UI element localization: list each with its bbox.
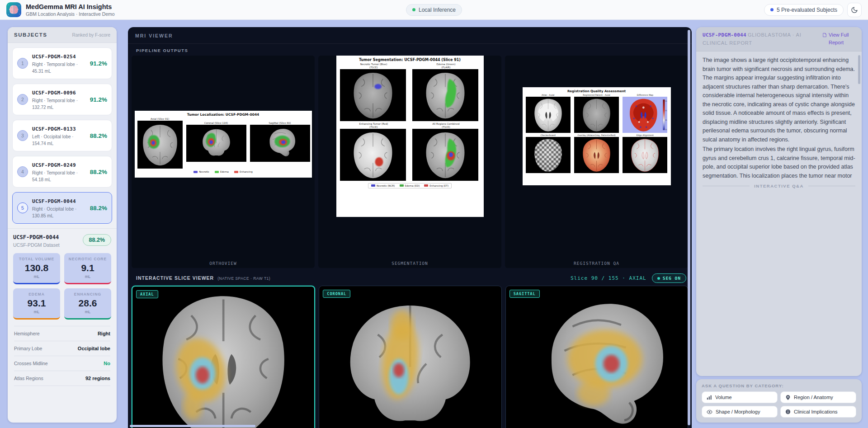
- seg-edema-title: Edema (Green) (FLAIR): [412, 63, 480, 69]
- subject-card-2[interactable]: 2 UCSF-PDGM-0096 Right · Temporal lobe ·…: [12, 84, 112, 115]
- enhancing-swatch: [234, 171, 238, 173]
- ask-question-card: ASK A QUESTION BY CATEGORY: Volume Regio…: [696, 379, 862, 423]
- stat-edema: EDEMA 93.1 mL: [13, 288, 60, 320]
- subject-id: UCSF-PDGM-0044: [32, 198, 76, 204]
- coronal-slice-image: [319, 286, 501, 428]
- axial-slice-view[interactable]: AXIAL: [132, 286, 315, 428]
- app-title: MedGemma MRI AI Insights: [26, 3, 115, 10]
- legend-edema: Edema: [220, 170, 229, 173]
- reg-diffmap-title: Difference Map: [623, 94, 667, 96]
- stat-label: NECROTIC CORE: [66, 257, 109, 261]
- local-inference-label: Local Inference: [419, 7, 456, 13]
- subject-card-3[interactable]: 3 UCSF-PDGM-0133 Left · Occipital lobe ·…: [12, 120, 112, 151]
- pipeline-outputs-label: PIPELINE OUTPUTS: [136, 48, 692, 53]
- rank-badge: 1: [17, 58, 28, 69]
- registration-qa-card[interactable]: Registration Quality Assessment Atlas - …: [505, 56, 688, 268]
- stat-total-volume: TOTAL VOLUME 130.8 mL: [13, 253, 60, 284]
- reg-overlay-image: [574, 137, 619, 173]
- seg-edema-image: [412, 69, 478, 121]
- ranked-by-label: Ranked by F-score: [72, 33, 110, 38]
- detail-score-badge: 88.2%: [83, 234, 111, 246]
- orthoview-axial-title: Axial (Slice 91): [137, 118, 183, 120]
- slice-viewer-row: AXIAL CORONAL: [128, 286, 692, 428]
- clinical-report-card: UCSF-PDGM-0044 GLIOBLASTOMA · AI CLINICA…: [696, 27, 862, 376]
- subject-desc: Left · Occipital lobe · 154.74 mL: [32, 134, 85, 147]
- subject-card-1[interactable]: 1 UCSF-PDGM-0254 Right · Temporal lobe ·…: [12, 47, 112, 79]
- dark-mode-toggle[interactable]: [847, 3, 862, 17]
- app-logo-brain-icon: [6, 2, 21, 17]
- blue-status-dot-icon: [770, 8, 774, 11]
- orthoview-caption: ORTHOVIEW: [132, 261, 315, 266]
- stat-value: 130.8: [15, 263, 58, 273]
- registration-figure-title: Registration Quality Assessment: [526, 89, 668, 93]
- rank-badge: 4: [17, 166, 28, 177]
- legend-et: Enhancing (ET): [429, 184, 448, 187]
- orthoview-coronal-image: [186, 125, 246, 162]
- selected-subject-detail: UCSF-PDGM-0044 UCSF-PDGM Dataset 88.2% T…: [8, 228, 117, 320]
- rank-badge: 5: [17, 202, 28, 213]
- orthoview-card[interactable]: Tumor Localization: UCSF-PDGM-0044 Axial…: [132, 56, 315, 268]
- viewer-horizontal-scrollbar[interactable]: [130, 425, 255, 427]
- subjects-sidebar-header: SUBJECTS Ranked by F-score: [8, 27, 117, 43]
- coronal-slice-view[interactable]: CORONAL: [319, 286, 501, 428]
- subject-desc: Right · Temporal lobe · 132.72 mL: [32, 98, 85, 111]
- reg-atlas-title: Atlas - Axial: [526, 94, 571, 96]
- stat-label: TOTAL VOLUME: [15, 257, 58, 261]
- attr-value: Right: [98, 331, 110, 336]
- orthoview-figure: Tumor Localization: UCSF-PDGM-0044 Axial…: [135, 111, 312, 178]
- seg-necrotic-title: Necrotic Tumor (Blue) (T1CE): [340, 63, 408, 69]
- report-scrollbar[interactable]: [858, 55, 860, 84]
- sagittal-slice-view[interactable]: SAGITTAL: [505, 286, 688, 428]
- stat-enhancing: ENHANCING 28.6 mL: [64, 288, 111, 320]
- qa-conversation-area: [696, 190, 862, 376]
- reg-diffmap-image: 0.6 0.4 0.2 0.0: [623, 97, 667, 133]
- volume-question-button[interactable]: Volume: [702, 391, 778, 403]
- subject-card-5-selected[interactable]: 5 UCSF-PDGM-0044 Right · Occipital lobe …: [12, 192, 112, 224]
- stat-label: ENHANCING: [66, 292, 109, 296]
- shape-morphology-question-label: Shape / Morphology: [716, 409, 760, 414]
- report-subject-id: UCSF-PDGM-0044: [703, 32, 746, 38]
- orthoview-coronal-title: Coronal (Slice 116): [186, 122, 246, 124]
- region-anatomy-question-button[interactable]: Region / Anatomy: [780, 391, 856, 403]
- attr-label: Hemisphere: [14, 331, 40, 336]
- app-subtitle: GBM Location Analysis · Interactive Demo: [26, 11, 115, 17]
- clinical-implications-question-button[interactable]: Clinical Implications: [780, 406, 856, 418]
- interactive-qa-label: INTERACTIVE Q&A: [754, 183, 804, 188]
- stat-unit: mL: [15, 274, 58, 280]
- stat-unit: mL: [66, 310, 109, 315]
- ncr-swatch: [371, 184, 375, 187]
- legend-ncr: Necrotic (NCR): [377, 184, 395, 187]
- slice-viewer-title: INTERACTIVE SLICE VIEWER: [136, 275, 214, 281]
- reg-edge-title: Edge Alignment: [623, 134, 667, 136]
- attr-atlas-regions: Atlas Regions 92 regions: [14, 371, 110, 386]
- report-header: UCSF-PDGM-0044 GLIOBLASTOMA · AI CLINICA…: [696, 27, 862, 52]
- subject-score: 88.2%: [90, 205, 107, 212]
- stat-unit: mL: [66, 274, 109, 280]
- legend-ed: Edema (ED): [405, 184, 420, 187]
- subject-id: UCSF-PDGM-0249: [32, 162, 76, 168]
- axial-badge: AXIAL: [136, 290, 158, 298]
- view-full-report-link[interactable]: View Full Report: [823, 31, 855, 46]
- segmentation-legend: Necrotic (NCR) Edema (ED) Enhancing (ET): [368, 183, 452, 188]
- segmentation-card[interactable]: Tumor Segmentation: UCSF-PDGM-0044 (Slic…: [318, 56, 501, 268]
- stat-unit: mL: [15, 310, 58, 315]
- seg-enhancing-image: [340, 129, 406, 181]
- seg-on-toggle[interactable]: SEG ON: [652, 273, 686, 283]
- seg-enhancing-title: Enhancing Tumor (Red) (T1CE): [340, 122, 408, 129]
- subjects-sidebar: SUBJECTS Ranked by F-score 1 UCSF-PDGM-0…: [8, 27, 117, 423]
- orthoview-figure-title: Tumor Localization: UCSF-PDGM-0044: [137, 113, 309, 117]
- reg-overlay-title: Overlay (Atlas=Gray, Patient=Red): [574, 134, 619, 136]
- rank-badge: 3: [17, 130, 28, 141]
- viewer-vertical-scrollbar[interactable]: [688, 30, 690, 425]
- reg-checkerboard-title: Checkerboard: [526, 134, 571, 136]
- stat-value: 93.1: [15, 298, 58, 309]
- colorbar-tick: 0.6: [665, 100, 667, 102]
- subject-id: UCSF-PDGM-0254: [32, 54, 76, 60]
- stat-label: EDEMA: [15, 292, 58, 296]
- shape-morphology-question-button[interactable]: Shape / Morphology: [702, 406, 778, 418]
- segmentation-figure: Tumor Segmentation: UCSF-PDGM-0044 (Slic…: [336, 56, 484, 217]
- report-paragraph-2: The primary location involves the right …: [703, 145, 855, 180]
- ask-question-label: ASK A QUESTION BY CATEGORY:: [702, 383, 856, 388]
- subject-card-4[interactable]: 4 UCSF-PDGM-0249 Right · Temporal lobe ·…: [12, 156, 112, 188]
- seg-combined-image: [412, 129, 478, 181]
